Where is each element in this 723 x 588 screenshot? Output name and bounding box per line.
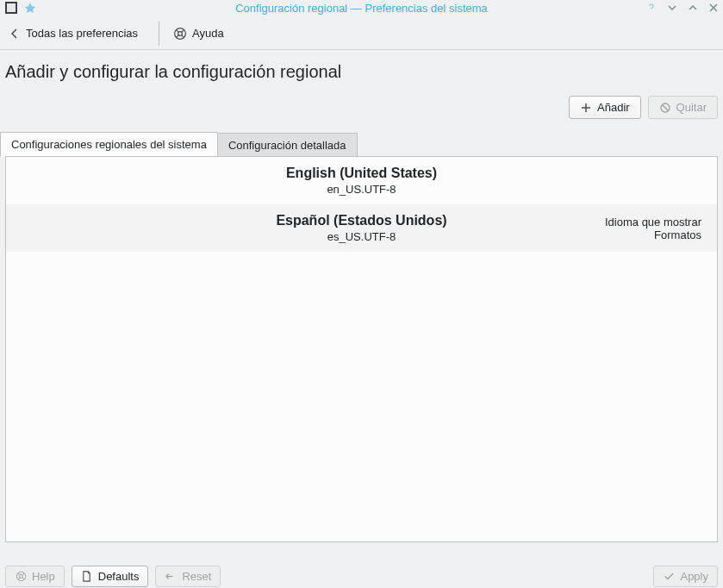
locale-meta-1: Idioma que mostrar [546, 216, 701, 228]
locale-meta-2: Formatos [546, 228, 701, 241]
add-button[interactable]: Añadir [569, 96, 641, 119]
app-icon [5, 2, 17, 14]
toolbar-separator [159, 22, 159, 46]
locale-code: en_US.UTF-8 [177, 183, 546, 196]
forbidden-icon [659, 102, 671, 114]
apply-button: Apply [653, 566, 718, 587]
lifebuoy-icon [173, 27, 187, 41]
window-title: Configuración regional — Preferencias de… [0, 2, 723, 15]
tab-system-locales[interactable]: Configuraciones regionales del sistema [0, 132, 218, 157]
minimize-icon[interactable] [666, 2, 678, 14]
check-icon [663, 570, 675, 582]
remove-button: Quitar [648, 96, 718, 119]
locale-list[interactable]: English (United States) en_US.UTF-8 Espa… [5, 156, 718, 542]
bottombar: Help Defaults Reset Apply [0, 564, 723, 588]
close-icon[interactable] [707, 2, 720, 14]
tabs: Configuraciones regionales del sistema C… [0, 131, 723, 156]
defaults-button[interactable]: Defaults [72, 566, 149, 587]
remove-label: Quitar [676, 101, 707, 114]
svg-point-3 [178, 31, 183, 35]
titlebar: Configuración regional — Preferencias de… [0, 0, 723, 16]
reset-button: Reset [155, 566, 221, 587]
svg-rect-1 [7, 3, 16, 12]
help-btn-label: Help [32, 570, 55, 583]
svg-point-6 [19, 574, 22, 578]
lifebuoy-icon [15, 570, 27, 582]
locale-main: English (United States) en_US.UTF-8 [177, 166, 546, 196]
help-label: Ayuda [192, 27, 224, 40]
maximize-icon[interactable] [687, 2, 699, 14]
back-label: Todas las preferencias [26, 27, 138, 40]
chevron-left-icon [9, 28, 21, 40]
pin-icon[interactable] [24, 2, 36, 14]
locale-name: Español (Estados Unidos) [177, 213, 546, 228]
help-titlebar-icon[interactable] [645, 2, 658, 14]
titlebar-controls [645, 2, 720, 14]
toolbar-help[interactable]: Ayuda [168, 23, 229, 44]
defaults-label: Defaults [98, 570, 140, 583]
page-title: Añadir y configurar la configuración reg… [0, 50, 723, 91]
plus-icon [580, 102, 592, 114]
tab-detailed-config[interactable]: Configuración detallada [218, 133, 358, 157]
locale-row[interactable]: English (United States) en_US.UTF-8 [6, 157, 717, 204]
undo-icon [165, 570, 177, 582]
titlebar-left [5, 2, 36, 14]
tab-label: Configuración detallada [228, 139, 346, 152]
help-button: Help [5, 566, 65, 587]
locale-meta: Idioma que mostrar Formatos [546, 216, 701, 241]
locale-name: English (United States) [177, 166, 546, 181]
locale-row[interactable]: Español (Estados Unidos) es_US.UTF-8 Idi… [6, 204, 717, 252]
tab-label: Configuraciones regionales del sistema [11, 138, 207, 151]
toolbar: Todas las preferencias Ayuda [0, 17, 723, 50]
action-row: Añadir Quitar [0, 91, 723, 131]
locale-code: es_US.UTF-8 [177, 230, 546, 243]
locale-main: Español (Estados Unidos) es_US.UTF-8 [177, 213, 546, 243]
add-label: Añadir [597, 101, 630, 114]
document-icon [81, 570, 93, 582]
reset-label: Reset [182, 570, 211, 583]
back-all-preferences[interactable]: Todas las preferencias [3, 23, 143, 43]
apply-label: Apply [680, 570, 708, 583]
